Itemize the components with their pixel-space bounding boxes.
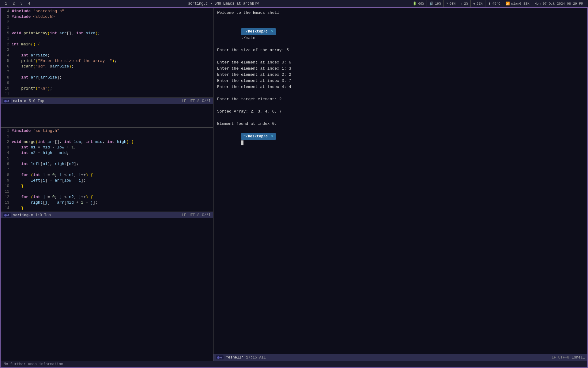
brightness-icon: ☀: [446, 2, 448, 6]
shell-mode: Eshell: [572, 355, 585, 360]
code-line: 3 int n1 = mid - low + 1;: [1, 145, 213, 150]
code-line: 8 int arr[arrSize];: [1, 75, 213, 80]
minibuffer: No further undo information: [1, 361, 587, 367]
editor-panes: 4 #include "searching.h" 3 #include <std…: [1, 8, 587, 361]
ram-icon: ◈: [473, 2, 475, 6]
volume-icon: 🔊: [429, 2, 434, 6]
code-line: 5: [1, 156, 213, 161]
shell-mode-indicator: ⊕: [216, 355, 224, 359]
editor-position: 5:0 Top: [29, 99, 44, 103]
shell-output-line: Enter the element at index 4: 4: [217, 84, 584, 90]
main-c-editor[interactable]: 4 #include "searching.h" 3 #include <std…: [1, 8, 213, 128]
tab-2[interactable]: 2: [10, 1, 17, 6]
code-line: 1: [1, 36, 213, 42]
temp-icon: 🌡: [488, 2, 491, 6]
shell-encoding: LF UTF-8: [552, 355, 569, 360]
sorting-c-editor[interactable]: 1 #include "sorting.h" 1 2 void merge(in…: [1, 128, 213, 361]
shell-output-line: Enter the element at index 0: 6: [217, 59, 584, 66]
tab-3[interactable]: 3: [18, 1, 25, 6]
datetime: Mon 07-Oct 2024 08:29 PM: [532, 0, 586, 7]
code-line: 10 }: [1, 183, 213, 189]
editor-mode: C/*l: [202, 99, 211, 103]
shell-output-line: Enter the element at index 1: 3: [217, 66, 584, 72]
cursor: [241, 140, 243, 145]
network-value: 2%: [464, 2, 468, 6]
code-line: 4 #include "searching.h": [1, 9, 213, 14]
brightness-indicator: ☀ 60%: [443, 0, 458, 7]
code-line: 7: [1, 167, 213, 172]
status-indicators: 🔋 69% 🔊 19% ☀ 60% ↑ 2% ◈ 21% 🌡 45°C 📶 wl…: [410, 0, 586, 7]
shell-prompt: ~/Desktop/c >: [241, 28, 276, 35]
shell-output-line: Enter the element at index 3: 7: [217, 78, 584, 84]
shell-output-line: Element found at index 0.: [217, 121, 584, 127]
network-icon: ↑: [461, 2, 463, 6]
topbar: 1 2 3 4 sorting.c - GNU Emacs at archBTW…: [0, 0, 588, 7]
shell-command: ./main: [241, 36, 255, 40]
ram-indicator: ◈ 21%: [470, 0, 485, 7]
main-c-code-area[interactable]: 4 #include "searching.h" 3 #include <std…: [1, 8, 213, 98]
shell-buffer-name: *eshell*: [226, 355, 244, 360]
shell-blank: [217, 16, 584, 22]
code-line: 6 int left[n1], right[n2];: [1, 161, 213, 167]
mode-indicator-bottom: ⊕: [3, 213, 11, 217]
shell-output-line: Enter the size of the array: 5: [217, 47, 584, 53]
shell-prompt-line[interactable]: ~/Desktop/c >: [217, 127, 584, 152]
status-text: No further undo information: [4, 362, 63, 366]
code-line: 2: [1, 20, 213, 25]
editor-bottom-position: 1:0 Top: [35, 213, 51, 217]
code-line: 12 for (int j = 0; j < n2; j++) {: [1, 194, 213, 200]
code-line: 9: [1, 80, 213, 86]
prompt2-text: ~/Desktop/c: [243, 133, 268, 140]
code-line: 4 int n2 = high - mid;: [1, 150, 213, 156]
battery-icon: 🔋: [413, 2, 417, 6]
shell-output-line: Enter the element at index 2: 2: [217, 72, 584, 78]
code-line: 1 #include "sorting.h": [1, 128, 213, 134]
battery-value: 69%: [418, 2, 424, 6]
battery-indicator: 🔋 69%: [410, 0, 427, 7]
code-line: 2 int main() {: [1, 42, 213, 47]
editor-bottom-filename: sorting.c: [13, 213, 33, 217]
code-line: 1: [1, 134, 213, 139]
wifi-icon: 📶: [506, 2, 510, 6]
shell-output-line: Sorted Array: 2, 3, 4, 6, 7: [217, 109, 584, 115]
code-line: 10 printf("\n");: [1, 86, 213, 91]
code-line: 1: [1, 25, 213, 31]
emacs-window: 4 #include "searching.h" 3 #include <std…: [0, 7, 588, 368]
code-line: 11: [1, 91, 213, 97]
code-line: 3 #include <stdio.h>: [1, 14, 213, 20]
mode-circle-icon: [4, 100, 7, 102]
network-indicator: ↑ 2%: [458, 0, 470, 7]
datetime-text: Mon 07-Oct 2024 08:29 PM: [535, 2, 583, 6]
tab-4[interactable]: 4: [26, 1, 33, 6]
volume-value: 19%: [435, 2, 441, 6]
prompt2-arrow-icon: >: [269, 133, 273, 140]
prompt-text: ~/Desktop/c: [243, 29, 268, 35]
tab-1[interactable]: 1: [2, 1, 9, 6]
code-line: 7: [1, 69, 213, 75]
left-editor-pane[interactable]: 4 #include "searching.h" 3 #include <std…: [1, 8, 213, 361]
temp-indicator: 🌡 45°C: [485, 0, 503, 7]
sorting-c-code-area[interactable]: 1 #include "sorting.h" 1 2 void merge(in…: [1, 128, 213, 212]
code-line: 5 void printArray(int arr[], int size);: [1, 31, 213, 36]
code-line: 5 printf("Enter the size of the array: "…: [1, 58, 213, 64]
prompt-arrow-icon: >: [269, 29, 273, 35]
shell-output-area[interactable]: Welcome to the Emacs shell ~/Desktop/c >…: [213, 8, 587, 354]
code-line: 8 for (int i = 0; i < n1; i++) {: [1, 172, 213, 178]
mode-indicator: ⊕: [3, 99, 11, 103]
code-line: 3: [1, 47, 213, 53]
editor-bottom-mode: C/*l: [202, 213, 211, 217]
code-line: 4 int arrSize;: [1, 53, 213, 58]
shell-prompt-2: ~/Desktop/c >: [241, 133, 276, 140]
editor-encoding: LF UTF-8: [182, 99, 200, 103]
shell-blank: [217, 102, 584, 109]
code-line: 14 }: [1, 205, 213, 211]
editor-bottom-encoding: LF UTF-8: [182, 213, 200, 217]
wifi-indicator: 📶 wlan0 SSK: [503, 0, 532, 7]
shell-blank: [217, 53, 584, 59]
wifi-label: wlan0 SSK: [511, 2, 529, 6]
code-line: 6 scanf("%d", &arrSize);: [1, 64, 213, 69]
shell-pane[interactable]: Welcome to the Emacs shell ~/Desktop/c >…: [213, 8, 587, 361]
volume-indicator: 🔊 19%: [427, 0, 443, 7]
shell-output-line: Enter the target element: 2: [217, 96, 584, 102]
modeline-shell: ⊕ *eshell* 17:15 All LF UTF-8 Eshell: [213, 354, 587, 361]
